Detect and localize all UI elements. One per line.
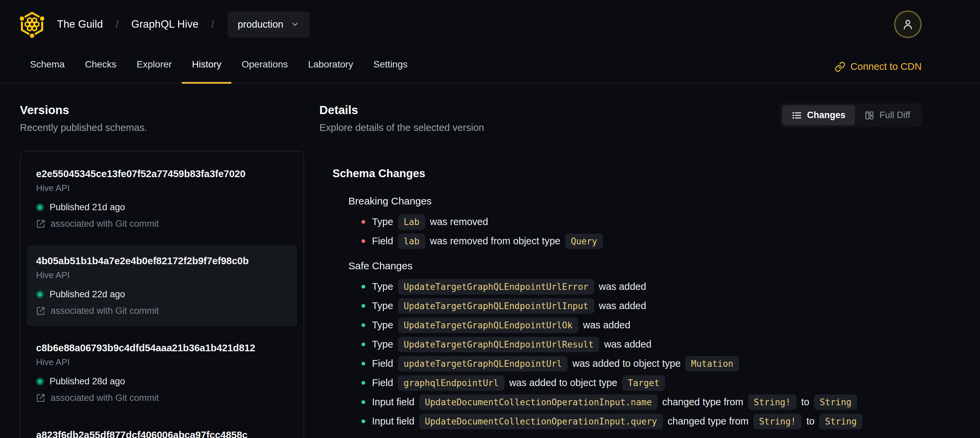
git-commit-link[interactable]: associated with Git commit xyxy=(36,393,288,403)
git-commit-label: associated with Git commit xyxy=(51,219,159,229)
external-link-icon xyxy=(36,219,45,228)
target-selector-value: production xyxy=(238,19,283,30)
code-chip: String! xyxy=(753,414,802,429)
schema-change-row: TypeUpdateTargetGraphQLEndpointUrlResult… xyxy=(361,335,922,354)
change-text: Type xyxy=(372,281,393,292)
version-list-item[interactable]: e2e55045345ce13fe07f52a77459b83fa3fe7020… xyxy=(27,158,298,239)
section-label: Breaking Changes xyxy=(348,195,922,207)
published-status-dot xyxy=(36,204,44,211)
code-chip: graphqlEndpointUrl xyxy=(398,375,504,391)
version-list-item[interactable]: 4b05ab51b1b4a7e2e4b0ef82172f2b9f7ef98c0b… xyxy=(27,245,298,326)
external-link-icon xyxy=(36,393,45,403)
breadcrumb-project[interactable]: GraphQL Hive xyxy=(131,18,198,30)
change-text: changed type from xyxy=(662,397,743,408)
connect-to-cdn-button[interactable]: Connect to CDN xyxy=(835,61,922,83)
code-chip: Lab xyxy=(398,214,425,230)
tab-explorer[interactable]: Explorer xyxy=(126,59,182,84)
change-text: Field xyxy=(372,358,393,369)
code-chip: Target xyxy=(622,375,665,391)
version-hash: a823f6db2a55df877dcf406006abca97fcc4858c xyxy=(36,430,288,438)
published-status-dot xyxy=(36,290,44,298)
change-text: was removed xyxy=(430,216,488,228)
version-hash: e2e55045345ce13fe07f52a77459b83fa3fe7020 xyxy=(36,168,288,180)
breadcrumb: The Guild / GraphQL Hive / production xyxy=(0,0,980,44)
code-chip: String xyxy=(819,414,862,429)
code-chip: String xyxy=(814,395,857,410)
user-menu-button[interactable] xyxy=(894,10,922,38)
tab-operations[interactable]: Operations xyxy=(231,59,298,84)
code-chip: String! xyxy=(748,395,797,410)
git-commit-link[interactable]: associated with Git commit xyxy=(36,306,288,316)
tab-history[interactable]: History xyxy=(182,59,231,84)
schema-change-row: TypeUpdateTargetGraphQLEndpointUrlInputw… xyxy=(361,296,922,315)
main-content: Versions Recently published schemas. e2e… xyxy=(0,84,980,438)
code-chip: Query xyxy=(565,234,603,249)
full-diff-view-button[interactable]: Full Diff xyxy=(855,105,920,125)
code-chip: UpdateTargetGraphQLEndpointUrlResult xyxy=(398,337,600,352)
schema-changes: Schema Changes Breaking ChangesTypeLabwa… xyxy=(332,167,922,431)
git-commit-label: associated with Git commit xyxy=(51,306,159,316)
code-chip: UpdateDocumentCollectionOperationInput.q… xyxy=(419,414,663,429)
target-selector-dropdown[interactable]: production xyxy=(228,11,310,37)
versions-list: e2e55045345ce13fe07f52a77459b83fa3fe7020… xyxy=(20,151,304,438)
link-icon xyxy=(835,61,845,72)
version-hash: 4b05ab51b1b4a7e2e4b0ef82172f2b9f7ef98c0b xyxy=(36,255,288,267)
version-service: Hive API xyxy=(36,270,288,280)
tabs: SchemaChecksExplorerHistoryOperationsLab… xyxy=(20,59,418,83)
tab-bar: SchemaChecksExplorerHistoryOperationsLab… xyxy=(0,44,980,83)
change-text: to xyxy=(806,416,815,427)
change-text: was added xyxy=(604,339,651,350)
change-bullet-icon xyxy=(361,285,365,288)
schema-change-row: TypeLabwas removed xyxy=(361,212,922,231)
hive-honeycomb-logo[interactable] xyxy=(20,11,44,38)
change-bullet-icon xyxy=(361,239,365,243)
published-text: Published 21d ago xyxy=(49,202,125,213)
code-chip: UpdateTargetGraphQLEndpointUrlInput xyxy=(398,298,594,314)
git-commit-link[interactable]: associated with Git commit xyxy=(36,219,288,229)
changes-section-breaking: Breaking ChangesTypeLabwas removedFieldl… xyxy=(348,195,922,251)
connect-to-cdn-label: Connect to CDN xyxy=(851,61,922,72)
changes-section-safe: Safe ChangesTypeUpdateTargetGraphQLEndpo… xyxy=(348,260,922,431)
change-text: Type xyxy=(372,216,393,228)
version-list-item[interactable]: c8b6e88a06793b9c4dfd54aaa21b36a1b421d812… xyxy=(27,332,298,413)
code-chip: Mutation xyxy=(685,356,739,371)
schema-change-row: FieldgraphqlEndpointUrlwas added to obje… xyxy=(361,373,922,392)
code-chip: UpdateTargetGraphQLEndpointUrlOk xyxy=(398,317,578,333)
schema-change-row: Input fieldUpdateDocumentCollectionOpera… xyxy=(361,392,922,412)
details-subtitle: Explore details of the selected version xyxy=(319,122,484,133)
versions-title: Versions xyxy=(20,103,304,117)
change-text: Input field xyxy=(372,397,414,408)
tab-laboratory[interactable]: Laboratory xyxy=(298,59,363,84)
change-text: Field xyxy=(372,377,393,389)
tab-schema[interactable]: Schema xyxy=(20,59,75,84)
breadcrumb-separator: / xyxy=(116,19,118,30)
split-columns-icon xyxy=(864,110,875,121)
schema-change-row: TypeUpdateTargetGraphQLEndpointUrlErrorw… xyxy=(361,277,922,296)
change-text: was added xyxy=(599,281,646,292)
change-bullet-icon xyxy=(361,419,365,423)
change-text: to xyxy=(801,397,809,408)
changes-view-button[interactable]: Changes xyxy=(783,105,855,125)
change-text: was removed from object type xyxy=(430,236,560,247)
change-text: Type xyxy=(372,300,393,311)
change-text: was added xyxy=(599,300,646,311)
change-text: Type xyxy=(372,339,393,350)
change-bullet-icon xyxy=(361,400,365,404)
change-text: Type xyxy=(372,320,393,331)
breadcrumb-org[interactable]: The Guild xyxy=(57,18,103,30)
tab-checks[interactable]: Checks xyxy=(75,59,126,84)
change-list: TypeUpdateTargetGraphQLEndpointUrlErrorw… xyxy=(361,277,922,431)
change-text: was added xyxy=(583,320,630,331)
change-bullet-icon xyxy=(361,220,365,224)
code-chip: UpdateDocumentCollectionOperationInput.n… xyxy=(419,395,658,410)
change-bullet-icon xyxy=(361,323,365,327)
version-service: Hive API xyxy=(36,183,288,193)
change-bullet-icon xyxy=(361,362,365,365)
published-text: Published 22d ago xyxy=(49,289,125,299)
change-bullet-icon xyxy=(361,304,365,308)
change-bullet-icon xyxy=(361,381,365,385)
details-title: Details xyxy=(319,103,484,117)
tab-settings[interactable]: Settings xyxy=(363,59,417,84)
version-status: Published 21d ago xyxy=(36,202,288,213)
version-list-item[interactable]: a823f6db2a55df877dcf406006abca97fcc4858c… xyxy=(27,419,298,438)
